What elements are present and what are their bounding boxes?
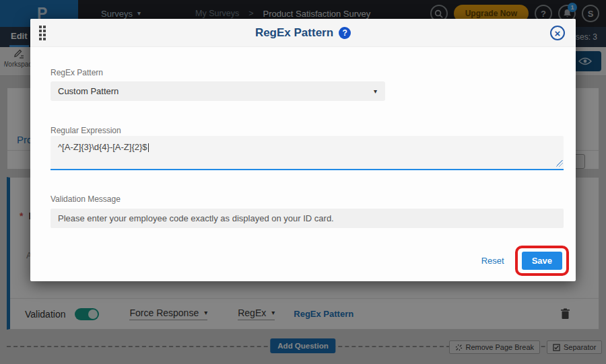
pattern-select-value: Custom Pattern xyxy=(58,86,374,96)
modal-title: RegEx Pattern xyxy=(255,26,333,40)
modal-help-icon[interactable]: ? xyxy=(339,27,351,39)
modal-header: RegEx Pattern ? × xyxy=(30,19,576,47)
regex-field-label: Regular Expression xyxy=(50,126,121,135)
regex-pattern-modal: RegEx Pattern ? × RegEx Pattern Custom P… xyxy=(30,19,576,281)
text-cursor xyxy=(148,143,149,152)
validation-message-input[interactable]: Please enter your employee code exactly … xyxy=(50,209,564,228)
chevron-down-icon: ▾ xyxy=(374,88,377,95)
pattern-select[interactable]: Custom Pattern ▾ xyxy=(50,81,385,101)
close-icon[interactable]: × xyxy=(550,26,565,40)
regex-value: ^[A-Z]{3}\d{4}-[A-Z]{2}$ xyxy=(58,142,147,152)
modal-title-wrap: RegEx Pattern ? xyxy=(30,19,576,47)
modal-footer: Reset Save xyxy=(481,246,569,276)
regex-textarea[interactable]: ^[A-Z]{3}\d{4}-[A-Z]{2}$ xyxy=(50,136,564,170)
save-annotation-highlight: Save xyxy=(515,246,569,276)
validation-message-value: Please enter your employee code exactly … xyxy=(58,213,334,223)
reset-button[interactable]: Reset xyxy=(481,256,504,266)
save-button[interactable]: Save xyxy=(522,252,562,270)
pattern-field-label: RegEx Pattern xyxy=(50,68,103,77)
resize-grip-icon[interactable] xyxy=(556,160,563,167)
message-field-label: Validation Message xyxy=(50,194,121,204)
app-screen: P Surveys ▾ My Surveys > Product Satisfa… xyxy=(0,0,606,364)
